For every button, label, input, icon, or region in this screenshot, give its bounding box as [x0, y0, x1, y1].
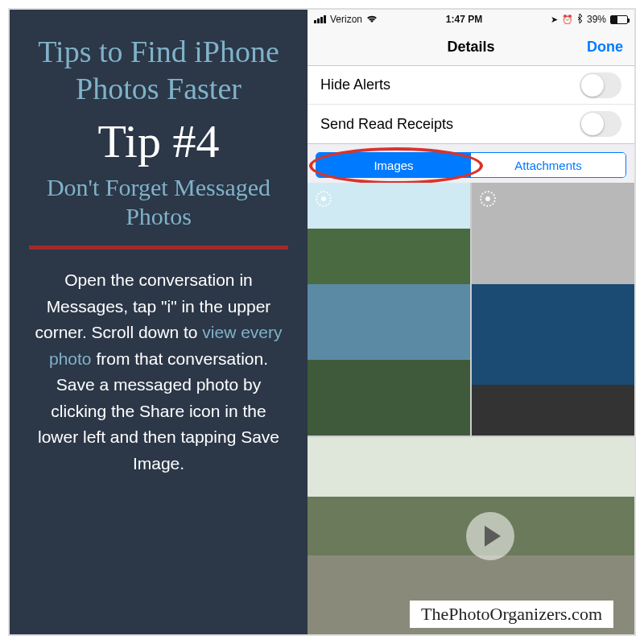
segmented-wrap: Images Attachments — [308, 144, 634, 183]
photo-grid — [308, 183, 634, 634]
alarm-icon: ⏰ — [562, 14, 573, 25]
battery-pct: 39% — [587, 14, 606, 25]
settings-section: Hide Alerts Send Read Receipts — [308, 66, 634, 144]
wifi-icon — [366, 14, 378, 25]
footer-url: ThePhotoOrganizers.com — [410, 601, 613, 628]
read-receipts-toggle[interactable] — [580, 111, 621, 137]
photo-thumbnail[interactable] — [308, 183, 470, 436]
signal-icon — [314, 15, 326, 23]
nav-bar: Details Done — [308, 29, 634, 66]
hide-alerts-label: Hide Alerts — [320, 76, 390, 93]
divider-rule — [29, 246, 288, 250]
body-text-3: Save a messaged photo by clicking the Sh… — [38, 375, 279, 473]
status-right: ➤ ⏰ 39% — [551, 14, 628, 25]
done-button[interactable]: Done — [587, 39, 623, 56]
card-frame: Tips to Find iPhone Photos Faster Tip #4… — [8, 8, 636, 636]
live-photo-icon — [480, 191, 496, 207]
read-receipts-row: Send Read Receipts — [308, 105, 634, 143]
tip-number: Tip #4 — [97, 118, 219, 165]
tip-body: Open the conversation in Messages, tap "… — [29, 267, 288, 477]
status-time: 1:47 PM — [446, 14, 482, 25]
live-photo-icon — [316, 191, 332, 207]
hide-alerts-toggle[interactable] — [580, 72, 621, 98]
location-icon: ➤ — [551, 14, 558, 25]
hide-alerts-row: Hide Alerts — [308, 66, 634, 105]
carrier-label: Verizon — [330, 14, 362, 25]
body-text-2: from that conversation. — [92, 349, 268, 368]
play-icon — [466, 512, 514, 560]
status-bar: Verizon 1:47 PM ➤ ⏰ 39% — [308, 10, 634, 29]
info-panel: Tips to Find iPhone Photos Faster Tip #4… — [10, 10, 308, 634]
tab-attachments[interactable]: Attachments — [471, 153, 625, 177]
tip-subtitle: Don't Forget Messaged Photos — [29, 173, 288, 231]
nav-title: Details — [447, 39, 494, 56]
battery-icon — [610, 15, 628, 24]
segmented-control: Images Attachments — [316, 152, 626, 178]
tab-images[interactable]: Images — [316, 153, 471, 177]
photo-thumbnail[interactable] — [472, 183, 634, 436]
phone-screenshot: Verizon 1:47 PM ➤ ⏰ 39% Details Done — [308, 10, 634, 634]
panel-title: Tips to Find iPhone Photos Faster — [29, 34, 288, 107]
read-receipts-label: Send Read Receipts — [320, 116, 453, 133]
status-left: Verizon — [314, 14, 378, 25]
bluetooth-icon — [577, 14, 583, 25]
